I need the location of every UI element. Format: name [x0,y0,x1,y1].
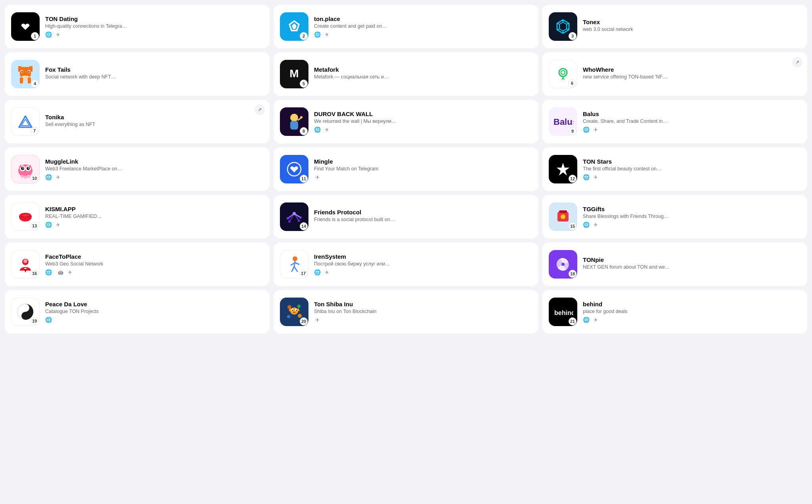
app-icon-3: 3 [549,12,577,41]
telegram-icon-2[interactable] [324,31,330,38]
svg-point-52 [22,214,29,217]
app-desc-14: Friends is a social protocol built on… [314,217,532,222]
app-icon-17: 17 [280,250,308,279]
app-card-3[interactable]: 3 Tonex web 3.0 social network [542,5,807,48]
svg-point-82 [287,315,290,318]
app-links-11 [314,174,532,180]
globe-icon-12[interactable] [583,174,589,180]
app-card-2[interactable]: 2 ton.place Create content and get paid … [274,5,538,48]
app-card-1[interactable]: 1 TON Dating High-quality connections in… [5,5,270,48]
app-card-5[interactable]: M 5 Metafork Metafork — социальная сеть … [274,52,538,96]
external-link-6[interactable]: ↗ [792,57,802,67]
svg-point-64 [561,214,565,219]
globe-icon-15[interactable] [583,221,589,228]
telegram-icon-9[interactable] [592,126,599,133]
svg-point-77 [24,314,27,317]
telegram-icon-11[interactable] [314,174,320,180]
svg-point-60 [288,220,291,223]
app-links-1 [45,31,263,38]
app-card-7[interactable]: 7 Tonika Sell everything as NFT ↗ [5,100,270,143]
app-card-9[interactable]: Balus: 9 Balus Create, Share, and Trade … [542,100,807,143]
svg-point-81 [298,314,302,318]
globe-icon-8[interactable] [314,126,320,133]
globe-icon[interactable] [45,31,52,38]
app-info-2: ton.place Create content and get paid on… [314,15,532,38]
app-card-21[interactable]: behind 21 behind place for good deals [542,290,807,334]
svg-point-57 [293,212,296,215]
app-links-10 [45,174,263,180]
telegram-icon-17[interactable] [324,269,330,275]
app-card-10[interactable]: 10 MuggleLink Web3 Freelance MarketPlace… [5,147,270,191]
external-link-7[interactable]: ↗ [255,105,265,115]
android-icon-16[interactable]: 🤖 [58,270,63,275]
telegram-icon-8[interactable] [324,126,330,133]
app-card-11[interactable]: 11 Mingle Find Your Match on Telegram [274,147,538,191]
telegram-icon-12[interactable] [592,174,599,180]
telegram-icon-20[interactable] [314,317,320,323]
app-icon-9: Balus: 9 [549,107,577,136]
app-info-11: Mingle Find Your Match on Telegram [314,158,532,180]
app-desc-12: The first official beauty contest on… [583,166,801,172]
svg-point-68 [293,256,297,261]
app-name-6: WhoWhere [583,66,801,73]
app-links-20 [314,317,532,323]
app-card-15[interactable]: 15 TGGifts Share Blessings with Friends … [542,195,807,239]
svg-line-69 [294,261,295,267]
app-icon-18: 18 [549,250,577,279]
app-info-9: Balus Create, Share, and Trade Content i… [583,111,801,133]
globe-icon-17[interactable] [314,269,320,275]
svg-point-80 [297,305,301,308]
app-card-4[interactable]: 4 Fox Tails Social network with deep NFT… [5,52,270,96]
app-card-18[interactable]: 18 TONpie NEXT GEN forum about TON and w… [542,242,807,286]
app-desc-3: web 3.0 social network [583,27,801,32]
app-info-13: KISMI.APP REAL-TIME GAMIFIED… [45,206,263,228]
app-icon-6: 6 [549,60,577,88]
telegram-icon-16[interactable] [67,269,73,275]
app-name-15: TGGifts [583,206,801,212]
app-desc-20: Shiba Inu on Ton Blockchain [314,309,532,314]
telegram-icon-21[interactable] [592,317,599,323]
app-grid: 1 TON Dating High-quality connections in… [5,5,807,334]
svg-rect-20 [28,71,29,72]
app-card-17[interactable]: 17 IrenSystem Построй свою биржу услуг и… [274,242,538,286]
app-name-21: behind [583,301,801,307]
app-name-19: Peace Da Love [45,301,263,307]
app-info-10: MuggleLink Web3 Freelance MarketPlace on… [45,158,263,180]
telegram-icon-13[interactable] [55,221,61,228]
globe-icon-10[interactable] [45,174,52,180]
app-info-4: Fox Tails Social network with deep NFT… [45,66,263,82]
app-icon-5: M 5 [280,60,308,88]
svg-point-61 [298,220,300,222]
app-card-14[interactable]: 14 Friends Protocol Friends is a social … [274,195,538,239]
app-icon-15: 15 [549,202,577,231]
app-card-12[interactable]: 12 TON Stars The first official beauty c… [542,147,807,191]
app-card-16[interactable]: 16 FaceToPlace Web3 Geo Social Network 🤖 [5,242,270,286]
app-card-8[interactable]: 8 DUROV BACK WALL We returned the wall |… [274,100,538,143]
telegram-icon[interactable] [55,31,61,38]
svg-point-32 [291,116,293,118]
app-info-16: FaceToPlace Web3 Geo Social Network 🤖 [45,253,263,275]
globe-icon-21[interactable] [583,317,589,323]
globe-icon-16[interactable] [45,269,52,275]
globe-icon-2[interactable] [314,31,320,38]
app-desc-11: Find Your Match on Telegram [314,166,532,172]
app-links-2 [314,31,532,38]
app-desc-8: We returned the wall | Мы вернули… [314,118,532,124]
app-card-19[interactable]: 19 Peace Da Love Catalogue TON Projects [5,290,270,334]
telegram-icon-15[interactable] [592,221,599,228]
app-icon-8: 8 [280,107,308,136]
app-info-7: Tonika Sell everything as NFT [45,114,263,130]
telegram-icon-10[interactable] [55,174,61,180]
svg-rect-21 [23,73,28,74]
app-card-20[interactable]: 20 Ton Shiba Inu Shiba Inu on Ton Blockc… [274,290,538,334]
globe-icon-9[interactable] [583,126,589,133]
app-card-6[interactable]: 6 WhoWhere new service offering TON-base… [542,52,807,96]
globe-icon-19[interactable] [45,317,52,323]
app-card-13[interactable]: 13 KISMI.APP REAL-TIME GAMIFIED… [5,195,270,239]
globe-icon-13[interactable] [45,221,52,228]
app-desc-19: Catalogue TON Projects [45,309,263,314]
app-icon-16: 16 [11,250,40,279]
svg-point-42 [23,168,24,169]
app-name-13: KISMI.APP [45,206,263,212]
svg-rect-23 [20,77,23,84]
